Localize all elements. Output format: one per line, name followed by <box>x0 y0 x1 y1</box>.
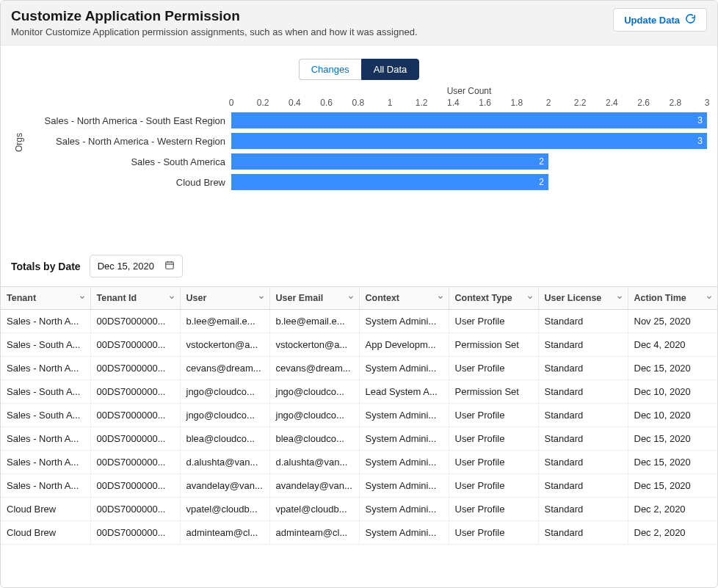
update-data-label: Update Data <box>624 15 680 26</box>
cell-user: b.lee@email.e... <box>180 310 269 333</box>
cell-tenant_id: 00DS7000000... <box>90 498 180 521</box>
cell-tenant: Cloud Brew <box>1 498 90 521</box>
cell-context: System Admini... <box>359 404 449 427</box>
cell-email: b.lee@email.e... <box>269 310 359 333</box>
x-tick: 0.6 <box>320 98 333 108</box>
page-subtitle: Monitor Customize Application permission… <box>11 26 418 37</box>
cell-time: Dec 15, 2020 <box>628 357 717 380</box>
cell-email: jngo@cloudco... <box>269 380 359 404</box>
date-value: Dec 15, 2020 <box>98 261 154 272</box>
cell-email: d.alushta@van... <box>269 451 359 474</box>
cell-user: avandelay@van... <box>180 474 269 498</box>
table-row[interactable]: Sales - South A...00DS7000000...vstocker… <box>1 333 717 357</box>
cell-context: App Developm... <box>359 333 449 357</box>
cell-tenant: Sales - North A... <box>1 427 90 451</box>
x-tick: 2.6 <box>637 98 650 108</box>
bar-fill[interactable]: 3 <box>231 133 707 149</box>
cell-tenant: Sales - South A... <box>1 333 90 357</box>
x-tick: 2.8 <box>669 98 681 108</box>
table-row[interactable]: Sales - South A...00DS7000000...jngo@clo… <box>1 380 717 404</box>
cell-ctype: User Profile <box>449 404 538 427</box>
cell-tenant: Sales - North A... <box>1 310 90 333</box>
bar-row: Cloud Brew2 <box>11 173 707 192</box>
cell-context: System Admini... <box>359 310 449 333</box>
table-row[interactable]: Sales - North A...00DS7000000...d.alusht… <box>1 451 717 474</box>
cell-license: Standard <box>538 357 628 380</box>
column-header[interactable]: Context Type <box>449 287 538 310</box>
cell-time: Dec 15, 2020 <box>628 451 717 474</box>
cell-context: System Admini... <box>359 357 449 380</box>
cell-license: Standard <box>538 451 628 474</box>
cell-ctype: User Profile <box>449 451 538 474</box>
bar-category-label: Sales - South America <box>11 156 231 167</box>
refresh-icon <box>685 13 696 26</box>
chart-x-title: User Count <box>231 86 707 96</box>
cell-tenant_id: 00DS7000000... <box>90 310 180 333</box>
cell-time: Dec 2, 2020 <box>628 498 717 521</box>
cell-user: cevans@dream... <box>180 357 269 380</box>
cell-tenant: Sales - North A... <box>1 451 90 474</box>
cell-user: vstockerton@a... <box>180 333 269 357</box>
cell-time: Nov 25, 2020 <box>628 310 717 333</box>
x-tick: 0.4 <box>289 98 301 108</box>
table-row[interactable]: Sales - North A...00DS7000000...blea@clo… <box>1 427 717 451</box>
table-row[interactable]: Sales - North A...00DS7000000...cevans@d… <box>1 357 717 380</box>
cell-context: System Admini... <box>359 521 449 545</box>
cell-email: vpatel@cloudb... <box>269 498 359 521</box>
bar-fill[interactable]: 2 <box>231 174 548 190</box>
cell-ctype: User Profile <box>449 498 538 521</box>
bar-fill[interactable]: 3 <box>231 112 707 128</box>
cell-tenant_id: 00DS7000000... <box>90 427 180 451</box>
cell-user: blea@cloudco... <box>180 427 269 451</box>
cell-context: Lead System A... <box>359 380 449 404</box>
x-tick: 1 <box>388 98 393 108</box>
cell-user: jngo@cloudco... <box>180 404 269 427</box>
cell-time: Dec 15, 2020 <box>628 427 717 451</box>
bar-category-label: Sales - North America - South East Regio… <box>11 115 231 126</box>
x-tick: 1.6 <box>479 98 491 108</box>
cell-tenant_id: 00DS7000000... <box>90 474 180 498</box>
cell-ctype: User Profile <box>449 357 538 380</box>
cell-user: adminteam@cl... <box>180 521 269 545</box>
table-row[interactable]: Sales - South A...00DS7000000...jngo@clo… <box>1 404 717 427</box>
cell-email: jngo@cloudco... <box>269 404 359 427</box>
cell-ctype: User Profile <box>449 474 538 498</box>
chevron-down-icon <box>79 293 86 303</box>
date-picker[interactable]: Dec 15, 2020 <box>90 255 183 277</box>
x-tick: 2 <box>546 98 551 108</box>
view-tabs: Changes All Data <box>1 59 717 80</box>
cell-tenant: Sales - North A... <box>1 357 90 380</box>
bar-row: Sales - North America - Western Region3 <box>11 131 707 150</box>
chart-y-title: Orgs <box>14 133 24 152</box>
column-header[interactable]: Action Time <box>628 287 717 310</box>
x-tick: 1.8 <box>510 98 523 108</box>
column-header[interactable]: User Email <box>269 287 359 310</box>
cell-license: Standard <box>538 498 628 521</box>
table-row[interactable]: Cloud Brew00DS7000000...vpatel@cloudb...… <box>1 498 717 521</box>
column-header[interactable]: Tenant <box>1 287 90 310</box>
x-tick: 2.4 <box>606 98 618 108</box>
column-header[interactable]: User <box>180 287 269 310</box>
org-chart: User Count Orgs 00.20.40.60.811.21.41.61… <box>11 86 707 233</box>
column-header[interactable]: Context <box>359 287 449 310</box>
bar-fill[interactable]: 2 <box>231 153 548 170</box>
cell-email: blea@cloudco... <box>269 427 359 451</box>
cell-tenant_id: 00DS7000000... <box>90 521 180 545</box>
x-tick: 0.8 <box>352 98 364 108</box>
bar-row: Sales - North America - South East Regio… <box>11 111 707 130</box>
cell-context: System Admini... <box>359 498 449 521</box>
column-header[interactable]: User License <box>538 287 628 310</box>
table-row[interactable]: Cloud Brew00DS7000000...adminteam@cl...a… <box>1 521 717 545</box>
column-header[interactable]: Tenant Id <box>90 287 180 310</box>
cell-email: adminteam@cl... <box>269 521 359 545</box>
cell-email: avandelay@van... <box>269 474 359 498</box>
cell-ctype: User Profile <box>449 427 538 451</box>
update-data-button[interactable]: Update Data <box>613 8 707 32</box>
cell-tenant: Sales - South A... <box>1 380 90 404</box>
table-row[interactable]: Sales - North A...00DS7000000...avandela… <box>1 474 717 498</box>
cell-license: Standard <box>538 474 628 498</box>
tab-changes[interactable]: Changes <box>299 59 361 80</box>
tab-all-data[interactable]: All Data <box>361 59 420 80</box>
x-tick: 2.2 <box>574 98 587 108</box>
table-row[interactable]: Sales - North A...00DS7000000...b.lee@em… <box>1 310 717 333</box>
